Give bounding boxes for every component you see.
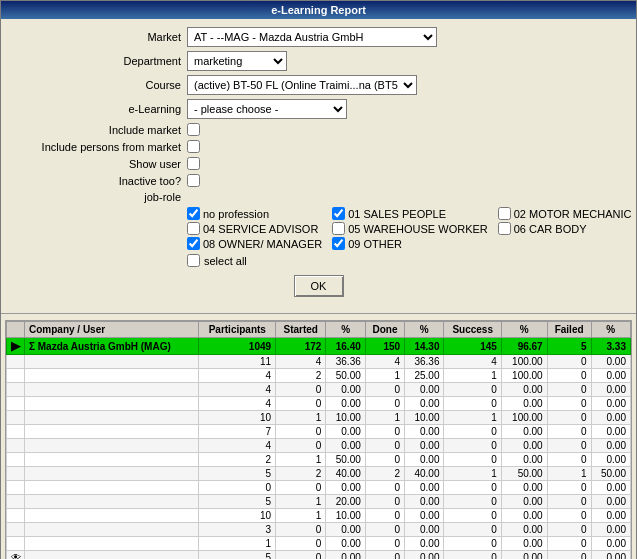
course-select[interactable]: (active) BT-50 FL (Online Traimi...na (B… bbox=[187, 75, 417, 95]
row-participants: 5 bbox=[199, 467, 276, 481]
row-started-pct: 10.00 bbox=[326, 509, 365, 523]
row-icon bbox=[7, 509, 25, 523]
checkbox-no-profession: no profession bbox=[187, 207, 322, 220]
table-row: 5 2 40.00 2 40.00 1 50.00 1 50.00 bbox=[7, 467, 631, 481]
car-body-checkbox[interactable] bbox=[498, 222, 511, 235]
summary-success: 145 bbox=[444, 338, 501, 355]
col-success-pct: % bbox=[501, 322, 547, 338]
row-failed: 0 bbox=[547, 523, 591, 537]
row-success: 0 bbox=[444, 439, 501, 453]
row-company bbox=[25, 509, 199, 523]
table-row: 2 1 50.00 0 0.00 0 0.00 0 0.00 bbox=[7, 453, 631, 467]
row-success-pct: 0.00 bbox=[501, 537, 547, 551]
table-row: 1 0 0.00 0 0.00 0 0.00 0 0.00 bbox=[7, 537, 631, 551]
elearning-row: e-Learning - please choose - bbox=[21, 99, 616, 119]
row-failed: 0 bbox=[547, 369, 591, 383]
row-participants: 5 bbox=[199, 551, 276, 560]
row-failed: 0 bbox=[547, 551, 591, 560]
row-started-pct: 50.00 bbox=[326, 453, 365, 467]
owner-manager-checkbox[interactable] bbox=[187, 237, 200, 250]
no-profession-checkbox[interactable] bbox=[187, 207, 200, 220]
ok-button[interactable]: OK bbox=[294, 275, 344, 297]
row-done-pct: 0.00 bbox=[405, 383, 444, 397]
row-done: 0 bbox=[365, 397, 404, 411]
row-done-pct: 25.00 bbox=[405, 369, 444, 383]
include-persons-checkbox[interactable] bbox=[187, 140, 200, 153]
table-row: 10 1 10.00 1 10.00 1 100.00 0 0.00 bbox=[7, 411, 631, 425]
summary-failed: 5 bbox=[547, 338, 591, 355]
service-advisor-checkbox[interactable] bbox=[187, 222, 200, 235]
row-company bbox=[25, 397, 199, 411]
row-icon bbox=[7, 355, 25, 369]
ok-row: OK bbox=[21, 275, 616, 297]
row-company bbox=[25, 523, 199, 537]
row-done-pct: 0.00 bbox=[405, 551, 444, 560]
row-success: 1 bbox=[444, 411, 501, 425]
row-participants: 3 bbox=[199, 523, 276, 537]
row-company bbox=[25, 537, 199, 551]
sales-people-checkbox[interactable] bbox=[332, 207, 345, 220]
table-row: 👁 5 0 0.00 0 0.00 0 0.00 0 0.00 bbox=[7, 551, 631, 560]
row-done: 0 bbox=[365, 509, 404, 523]
motor-mechanic-checkbox[interactable] bbox=[498, 207, 511, 220]
row-done: 0 bbox=[365, 551, 404, 560]
row-company bbox=[25, 383, 199, 397]
row-done-pct: 10.00 bbox=[405, 411, 444, 425]
row-success-pct: 0.00 bbox=[501, 495, 547, 509]
warehouse-worker-checkbox[interactable] bbox=[332, 222, 345, 235]
inactive-checkbox[interactable] bbox=[187, 174, 200, 187]
row-started-pct: 0.00 bbox=[326, 551, 365, 560]
row-failed-pct: 0.00 bbox=[591, 551, 630, 560]
row-done-pct: 0.00 bbox=[405, 495, 444, 509]
row-failed-pct: 0.00 bbox=[591, 411, 630, 425]
row-started: 0 bbox=[276, 383, 326, 397]
row-icon bbox=[7, 411, 25, 425]
row-failed-pct: 0.00 bbox=[591, 453, 630, 467]
results-table: Company / User Participants Started % Do… bbox=[6, 321, 631, 559]
market-select[interactable]: AT - --MAG - Mazda Austria GmbH bbox=[187, 27, 437, 47]
row-failed: 1 bbox=[547, 467, 591, 481]
row-started-pct: 0.00 bbox=[326, 425, 365, 439]
row-done: 0 bbox=[365, 425, 404, 439]
row-done: 0 bbox=[365, 481, 404, 495]
row-icon bbox=[7, 439, 25, 453]
table-row: 4 0 0.00 0 0.00 0 0.00 0 0.00 bbox=[7, 383, 631, 397]
row-success: 0 bbox=[444, 523, 501, 537]
elearning-select[interactable]: - please choose - bbox=[187, 99, 347, 119]
row-failed: 0 bbox=[547, 355, 591, 369]
market-label: Market bbox=[21, 31, 181, 43]
row-failed: 0 bbox=[547, 383, 591, 397]
row-started: 0 bbox=[276, 481, 326, 495]
checkbox-owner-manager: 08 OWNER/ MANAGER bbox=[187, 237, 322, 250]
table-row: 10 1 10.00 0 0.00 0 0.00 0 0.00 bbox=[7, 509, 631, 523]
show-user-checkbox[interactable] bbox=[187, 157, 200, 170]
checkbox-motor-mechanic: 02 MOTOR MECHANIC bbox=[498, 207, 632, 220]
row-failed: 0 bbox=[547, 495, 591, 509]
row-started: 4 bbox=[276, 355, 326, 369]
row-done: 0 bbox=[365, 537, 404, 551]
row-failed-pct: 0.00 bbox=[591, 369, 630, 383]
department-select[interactable]: marketing bbox=[187, 51, 287, 71]
col-icon bbox=[7, 322, 25, 338]
row-icon bbox=[7, 537, 25, 551]
other-checkbox[interactable] bbox=[332, 237, 345, 250]
row-success: 0 bbox=[444, 537, 501, 551]
row-success: 0 bbox=[444, 397, 501, 411]
row-started-pct: 20.00 bbox=[326, 495, 365, 509]
table-row: 7 0 0.00 0 0.00 0 0.00 0 0.00 bbox=[7, 425, 631, 439]
row-started: 2 bbox=[276, 467, 326, 481]
other-label: 09 OTHER bbox=[348, 238, 402, 250]
checkbox-sales-people: 01 SALES PEOPLE bbox=[332, 207, 488, 220]
warehouse-worker-label: 05 WAREHOUSE WORKER bbox=[348, 223, 488, 235]
row-done-pct: 0.00 bbox=[405, 425, 444, 439]
row-participants: 4 bbox=[199, 383, 276, 397]
include-market-checkbox[interactable] bbox=[187, 123, 200, 136]
row-done: 0 bbox=[365, 523, 404, 537]
select-all-checkbox[interactable] bbox=[187, 254, 200, 267]
row-success-pct: 0.00 bbox=[501, 509, 547, 523]
table-row: 3 0 0.00 0 0.00 0 0.00 0 0.00 bbox=[7, 523, 631, 537]
motor-mechanic-label: 02 MOTOR MECHANIC bbox=[514, 208, 632, 220]
row-started-pct: 0.00 bbox=[326, 439, 365, 453]
row-done: 1 bbox=[365, 369, 404, 383]
row-failed-pct: 0.00 bbox=[591, 481, 630, 495]
